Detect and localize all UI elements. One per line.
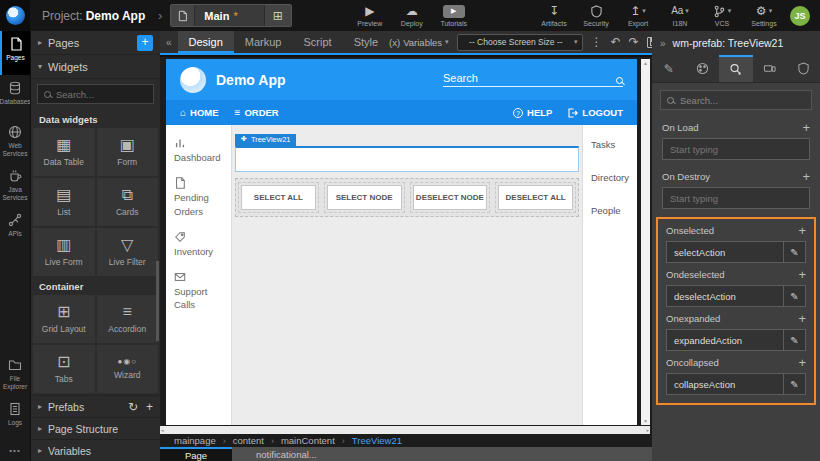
widget-search[interactable] — [37, 84, 154, 104]
sidenav-inventory[interactable]: Inventory — [174, 231, 223, 258]
tab-style[interactable]: Style — [343, 31, 389, 53]
rail-item-logs[interactable]: Logs — [0, 396, 30, 440]
widgets-section-header[interactable]: ▾ Widgets — [31, 55, 160, 79]
rail-item-apis[interactable]: APIs — [0, 207, 30, 251]
vcs-button[interactable]: ▾ VCS — [706, 4, 738, 27]
pages-section-header[interactable]: ▸ Pages + — [31, 31, 160, 55]
preview-button[interactable]: ▶ Preview — [354, 4, 386, 27]
prefabs-section-header[interactable]: ▸ Prefabs ↻ + — [31, 395, 160, 417]
widget-tile-list[interactable]: ▤ List — [33, 178, 95, 226]
collapse-panel-icon[interactable]: « — [160, 37, 178, 48]
select-all-button[interactable]: SELECT ALL — [241, 185, 316, 210]
widget-tile-wizard[interactable]: ●◉○ Wizard — [97, 345, 159, 393]
tab-styles[interactable] — [686, 55, 720, 82]
deselect-node-button[interactable]: DESELECT NODE — [413, 185, 488, 210]
refresh-prefabs-icon[interactable]: ↻ — [128, 400, 138, 414]
scroll-up-icon[interactable]: ▲ — [643, 60, 648, 66]
list-item-tasks[interactable]: Tasks — [591, 139, 629, 150]
selected-widget-tab[interactable]: ✚ TreeView21 — [235, 134, 296, 146]
rail-item-java-services[interactable]: Java Services — [0, 163, 30, 207]
export-button[interactable]: ↥▾ Export — [622, 4, 654, 27]
onselected-field[interactable]: selectAction ✎ — [666, 241, 806, 263]
i18n-button[interactable]: Aa▾ I18N — [664, 4, 696, 27]
widget-tile-live-form[interactable]: ▥ Live Form — [33, 228, 95, 276]
scroll-right-icon[interactable]: ▸ — [646, 427, 649, 433]
settings-button[interactable]: ⚙▾ Settings — [748, 4, 780, 27]
edit-action-button[interactable]: ✎ — [783, 374, 805, 394]
collapse-right-panel-icon[interactable]: » — [660, 38, 666, 49]
security-button[interactable]: Security — [580, 4, 612, 27]
undo-icon[interactable]: ↶ — [611, 35, 621, 49]
breadcrumb-item-current[interactable]: TreeView21 — [352, 435, 402, 446]
app-search[interactable] — [443, 72, 623, 87]
add-page-button[interactable]: + — [137, 35, 153, 51]
tab-script[interactable]: Script — [293, 31, 343, 53]
breadcrumb-item[interactable]: mainContent — [281, 435, 335, 446]
on-destroy-input[interactable] — [662, 187, 810, 209]
edit-action-button[interactable]: ✎ — [783, 286, 805, 306]
nav-help[interactable]: ? HELP — [513, 107, 552, 118]
sidenav-dashboard[interactable]: Dashboard — [174, 137, 223, 164]
pages-grid-button[interactable]: ⊞ — [264, 5, 291, 26]
edit-action-button[interactable]: ✎ — [783, 242, 805, 262]
page-structure-section-header[interactable]: ▸ Page Structure — [31, 417, 160, 439]
rail-item-web-services[interactable]: Web Services — [0, 119, 30, 163]
widget-tile-form[interactable]: ▣ Form — [97, 128, 159, 176]
events-search-input[interactable] — [680, 95, 805, 106]
deploy-button[interactable]: ☁ Deploy — [396, 4, 428, 27]
widget-tile-accordion[interactable]: ≡ Accordion — [97, 295, 159, 343]
artifacts-button[interactable]: ↧ Artifacts — [538, 4, 570, 27]
screen-size-select[interactable]: -- Choose Screen Size -- ▾ — [457, 34, 583, 51]
open-page-tab[interactable]: Main * ⊞ — [170, 4, 291, 27]
events-search[interactable] — [660, 90, 812, 110]
widget-tile-cards[interactable]: ⧉ Cards — [97, 178, 159, 226]
canvas-vertical-scrollbar[interactable]: ▲ ▼ — [641, 59, 650, 425]
on-load-input[interactable] — [662, 138, 810, 160]
widget-tile-tabs[interactable]: ⊡ Tabs — [33, 345, 95, 393]
sidenav-support-calls[interactable]: Support Calls — [174, 271, 223, 312]
redo-icon[interactable]: ↷ — [629, 35, 639, 49]
oncollapsed-field[interactable]: collapseAction ✎ — [666, 373, 806, 395]
tab-markup[interactable]: Markup — [234, 31, 293, 53]
app-search-input[interactable] — [443, 72, 608, 84]
variables-section-header[interactable]: ▸ Variables — [31, 439, 160, 461]
add-handler-icon[interactable]: + — [798, 314, 806, 324]
select-node-button[interactable]: SELECT NODE — [327, 185, 402, 210]
breadcrumb-item[interactable]: mainpage — [174, 435, 216, 446]
kebab-menu-icon[interactable]: ⋮ — [591, 35, 603, 49]
user-avatar[interactable]: JS — [790, 6, 810, 26]
ondeselected-field[interactable]: deselectAction ✎ — [666, 285, 806, 307]
add-handler-icon[interactable]: + — [798, 358, 806, 368]
widget-tile-data-table[interactable]: ▦ Data Table — [33, 128, 95, 176]
list-item-people[interactable]: People — [591, 205, 629, 216]
canvas-horizontal-scrollbar[interactable]: ◂ ▸ — [160, 426, 650, 434]
add-handler-icon[interactable]: + — [802, 172, 810, 182]
treeview-widget[interactable] — [235, 146, 579, 172]
breadcrumb-item[interactable]: content — [233, 435, 264, 446]
add-handler-icon[interactable]: + — [802, 123, 810, 133]
rail-item-pages[interactable]: Pages — [0, 31, 30, 75]
nav-logout[interactable]: LOGOUT — [568, 107, 623, 118]
tab-devices[interactable] — [753, 55, 787, 82]
tab-properties[interactable]: ✎ — [652, 55, 686, 82]
list-item-directory[interactable]: Directory — [591, 172, 629, 183]
variables-dropdown[interactable]: (x) Variables ▾ — [389, 37, 449, 48]
add-handler-icon[interactable]: + — [798, 226, 806, 236]
add-handler-icon[interactable]: + — [798, 270, 806, 280]
onexpanded-field[interactable]: expandedAction ✎ — [666, 329, 806, 351]
sidenav-pending-orders[interactable]: Pending Orders — [174, 177, 223, 218]
tab-security[interactable] — [786, 55, 820, 82]
rail-item-databases[interactable]: Databases — [0, 75, 30, 119]
page-status-tab[interactable]: Page — [160, 447, 232, 461]
panel-scrollbar[interactable] — [156, 261, 159, 341]
add-prefab-icon[interactable]: + — [146, 400, 153, 414]
tab-events[interactable] — [719, 55, 753, 82]
more-options-icon[interactable]: ••• — [0, 440, 30, 459]
widget-tile-grid-layout[interactable]: ⊞ Grid Layout — [33, 295, 95, 343]
widget-search-input[interactable] — [56, 89, 147, 100]
nav-order[interactable]: ≡ ORDER — [235, 107, 279, 118]
deselect-all-button[interactable]: DESELECT ALL — [498, 185, 573, 210]
tab-design[interactable]: Design — [178, 31, 234, 53]
scroll-down-icon[interactable]: ▼ — [643, 418, 648, 424]
widget-tile-live-filter[interactable]: ▽ Live Filter — [97, 228, 159, 276]
